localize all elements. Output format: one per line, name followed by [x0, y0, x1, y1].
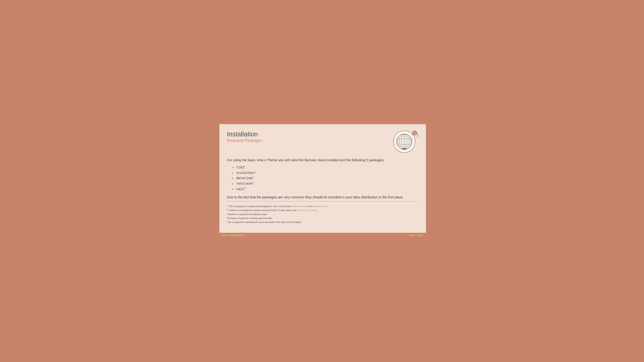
- bullet-arrow-5: ▶: [232, 187, 234, 191]
- fn2-text-end: .: [318, 209, 318, 211]
- fn2-link1[interactable]: tcolorbox user manual: [297, 209, 318, 211]
- title-block: Installation Required Packages: [227, 131, 262, 143]
- bullet-arrow-2: ▶: [232, 171, 234, 175]
- fn4-text: textcase is required for providing upper…: [228, 217, 272, 220]
- slide-subtitle: Required Packages: [227, 138, 262, 143]
- fn1-text-middle: or the: [308, 205, 313, 208]
- footnotes-section: 1 TikZ is a package for creating beautif…: [227, 204, 417, 224]
- list-item: ▶ tcolorbox2: [232, 171, 417, 175]
- fn5-text: calc is required for calculating the spa…: [228, 221, 302, 223]
- fn1-text-end: .: [328, 205, 329, 208]
- globe-svg: [396, 133, 413, 150]
- footnote-1: 1 TikZ is a package for creating beautif…: [227, 204, 417, 208]
- list-item: ▶ datetime3: [232, 176, 417, 180]
- footnote-4: 4textcase is required for providing uppe…: [227, 216, 417, 220]
- conclusion-paragraph: Due to the fact that the packages are ve…: [227, 195, 417, 201]
- bullet-arrow-3: ▶: [232, 177, 234, 180]
- slide-header: Installation Required Packages: [227, 131, 417, 154]
- footnote-2: 2 tcolorbox is a package for creating cu…: [227, 208, 417, 212]
- package-tcolorbox: tcolorbox2: [236, 171, 256, 175]
- fn1-link1[interactable]: online examples: [292, 205, 308, 208]
- intro-text-after: Theme you will need the Bemaer class ins…: [267, 158, 384, 162]
- slide-title: Installation: [227, 131, 262, 138]
- intro-paragraph: For using the basic SPWLA Theme you will…: [227, 157, 417, 163]
- package-tikz: TikZ1: [236, 165, 245, 169]
- slide-outer: Installation Required Packages: [215, 121, 429, 241]
- fn2-text-before: tcolorbox is a package for creating cust…: [228, 209, 297, 211]
- bullet-arrow-4: ▶: [232, 182, 234, 185]
- fn1-link2[interactable]: pgf user manual: [313, 205, 328, 208]
- footer-date: March 2, 2022: [410, 234, 423, 237]
- spwla-logo: [393, 131, 415, 153]
- slide-number-badge: 5: [412, 131, 417, 135]
- footnote-3: 3datetime is required for formatting the…: [227, 212, 417, 216]
- fn1-text-before: TikZ is a package for creating beautiful…: [228, 205, 292, 208]
- intro-mono: SPWLA: [257, 159, 266, 162]
- slide-footer: Author 1 | SPWLA Theme March 2, 2022: [218, 233, 426, 238]
- footer-author: Author 1 | SPWLA Theme: [221, 234, 244, 237]
- fn3-text: datetime is required for formatting the …: [228, 213, 267, 216]
- intro-text-before: For using the basic: [227, 158, 256, 162]
- package-textcase: textcase4: [236, 182, 254, 186]
- package-datetime: datetime3: [236, 176, 254, 180]
- bullet-arrow-1: ▶: [232, 166, 234, 169]
- list-item: ▶ TikZ1: [232, 165, 417, 169]
- list-item: ▶ calc5: [232, 187, 417, 191]
- slide: Installation Required Packages: [218, 124, 426, 238]
- svg-rect-14: [403, 148, 406, 149]
- packages-list: ▶ TikZ1 ▶ tcolorbox2 ▶ datetime3 ▶ textc…: [232, 165, 417, 192]
- slide-content: For using the basic SPWLA Theme you will…: [227, 157, 417, 233]
- logo-area: 5: [393, 131, 417, 154]
- package-calc: calc5: [236, 187, 245, 191]
- list-item: ▶ textcase4: [232, 182, 417, 186]
- footnote-5: 5calc is required for calculating the sp…: [227, 220, 417, 224]
